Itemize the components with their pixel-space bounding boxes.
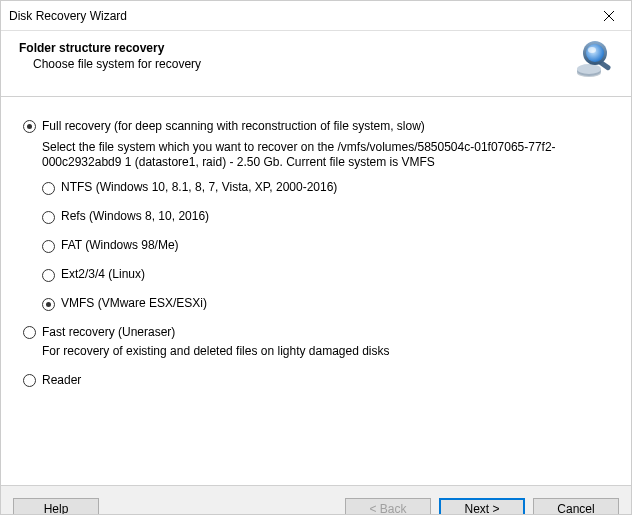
wizard-header: Folder structure recovery Choose file sy… — [1, 31, 631, 97]
fs-label: Refs (Windows 8, 10, 2016) — [61, 209, 209, 224]
svg-point-5 — [586, 44, 604, 62]
page-title: Folder structure recovery — [19, 41, 201, 55]
radio-icon — [42, 211, 55, 224]
fast-recovery-description: For recovery of existing and deleted fil… — [42, 344, 602, 359]
radio-icon — [42, 182, 55, 195]
fs-label: FAT (Windows 98/Me) — [61, 238, 179, 253]
mode-label: Full recovery (for deep scanning with re… — [42, 119, 425, 134]
window-title: Disk Recovery Wizard — [9, 9, 127, 23]
radio-icon — [42, 269, 55, 282]
fs-label: VMFS (VMware ESX/ESXi) — [61, 296, 207, 311]
titlebar: Disk Recovery Wizard — [1, 1, 631, 31]
fs-option-vmfs[interactable]: VMFS (VMware ESX/ESXi) — [42, 296, 615, 311]
fs-label: Ext2/3/4 (Linux) — [61, 267, 145, 282]
fs-option-ext[interactable]: Ext2/3/4 (Linux) — [42, 267, 615, 282]
radio-icon — [23, 120, 36, 133]
fs-option-ntfs[interactable]: NTFS (Windows 10, 8.1, 8, 7, Vista, XP, … — [42, 180, 615, 195]
fs-label: NTFS (Windows 10, 8.1, 8, 7, Vista, XP, … — [61, 180, 337, 195]
mode-label: Reader — [42, 373, 81, 388]
radio-icon — [23, 326, 36, 339]
close-icon — [604, 11, 614, 21]
wizard-icon — [571, 39, 615, 86]
wizard-body: Full recovery (for deep scanning with re… — [1, 97, 631, 485]
help-button[interactable]: Help — [13, 498, 99, 516]
full-recovery-description: Select the file system which you want to… — [42, 140, 602, 170]
filesystem-options: NTFS (Windows 10, 8.1, 8, 7, Vista, XP, … — [42, 180, 615, 311]
fs-option-refs[interactable]: Refs (Windows 8, 10, 2016) — [42, 209, 615, 224]
mode-label: Fast recovery (Uneraser) — [42, 325, 175, 340]
svg-point-2 — [577, 64, 601, 74]
radio-icon — [23, 374, 36, 387]
page-subtitle: Choose file system for recovery — [19, 57, 201, 71]
cancel-button[interactable]: Cancel — [533, 498, 619, 516]
fs-option-fat[interactable]: FAT (Windows 98/Me) — [42, 238, 615, 253]
radio-icon — [42, 298, 55, 311]
wizard-footer: Help < Back Next > Cancel — [1, 485, 631, 515]
mode-reader[interactable]: Reader — [23, 373, 615, 388]
next-button[interactable]: Next > — [439, 498, 525, 516]
close-button[interactable] — [586, 1, 631, 30]
mode-full-recovery[interactable]: Full recovery (for deep scanning with re… — [23, 119, 615, 134]
radio-icon — [42, 240, 55, 253]
back-button: < Back — [345, 498, 431, 516]
mode-fast-recovery[interactable]: Fast recovery (Uneraser) — [23, 325, 615, 340]
svg-point-6 — [588, 47, 596, 53]
